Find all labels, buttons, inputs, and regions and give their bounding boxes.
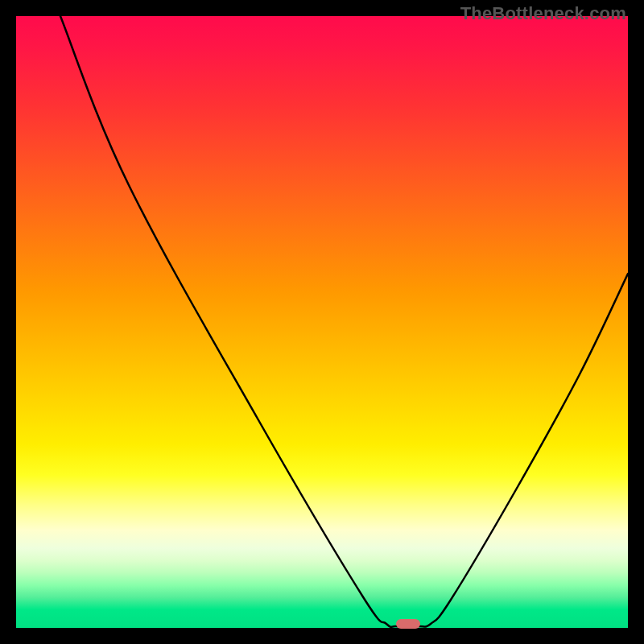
chart-frame: TheBottleneck.com (0, 0, 644, 644)
optimal-marker (396, 619, 420, 629)
plot-area (16, 16, 628, 628)
watermark-label: TheBottleneck.com (460, 3, 626, 24)
